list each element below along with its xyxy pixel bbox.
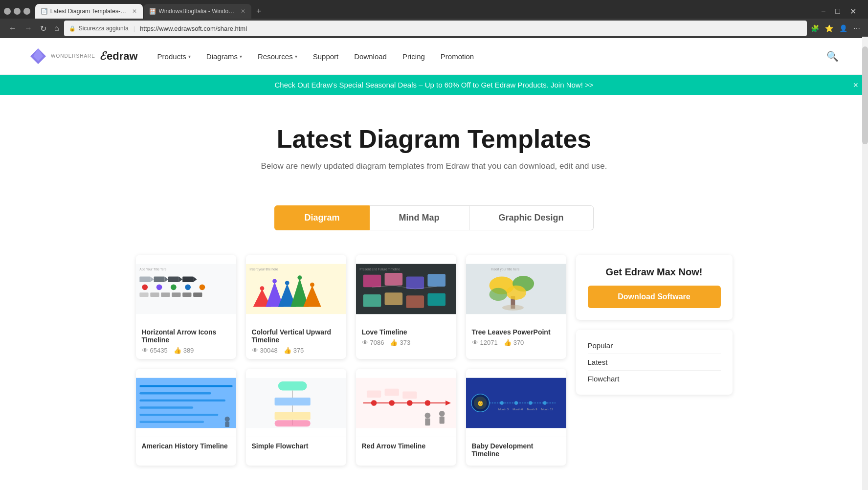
svg-rect-8 bbox=[168, 276, 178, 282]
website-content: wondershare ℰ edraw Products ▾ Diagrams … bbox=[0, 38, 868, 490]
svg-rect-61 bbox=[139, 414, 218, 416]
svg-rect-66 bbox=[278, 381, 307, 390]
sidebar-link-latest[interactable]: Latest bbox=[588, 354, 721, 371]
browser-tab-2[interactable]: 🪟 WindowsBlogItalia - Windows, S... ✕ bbox=[144, 4, 251, 19]
window-maximize[interactable] bbox=[14, 8, 21, 15]
sidebar-link-popular[interactable]: Popular bbox=[588, 337, 721, 354]
hero-title: Latest Diagram Templates bbox=[10, 124, 858, 154]
svg-rect-38 bbox=[384, 273, 402, 286]
svg-rect-21 bbox=[182, 292, 191, 297]
address-bar[interactable]: 🔒 Sicurezza aggiunta | https://www.edraw… bbox=[64, 21, 807, 36]
svg-rect-19 bbox=[161, 292, 170, 297]
svg-point-12 bbox=[142, 284, 148, 290]
nav-products[interactable]: Products ▾ bbox=[157, 52, 191, 61]
svg-point-79 bbox=[424, 400, 430, 406]
card4-title: Tree Leaves PowerPoint bbox=[472, 328, 560, 336]
card1-title: Horizontal Arrow Icons Timeline bbox=[142, 328, 230, 344]
svg-point-15 bbox=[185, 284, 191, 290]
products-chevron-icon: ▾ bbox=[188, 54, 191, 59]
template-card-4[interactable]: Insert your title here Tree Leaves Power… bbox=[466, 255, 566, 359]
svg-text:Month 3: Month 3 bbox=[498, 408, 508, 411]
tab-mind-map[interactable]: Mind Map bbox=[370, 205, 469, 230]
new-tab-button[interactable]: + bbox=[252, 6, 266, 17]
url-display[interactable]: https://www.edrawsoft.com/share.html bbox=[140, 25, 247, 32]
template-card-8[interactable]: 👶 Month 3 Month 6 Month 9 Month 12 bbox=[466, 369, 566, 466]
back-button[interactable]: ← bbox=[6, 22, 20, 35]
svg-text:Add Your Title Tere: Add Your Title Tere bbox=[139, 267, 166, 271]
nav-promotion[interactable]: Promotion bbox=[441, 52, 474, 61]
url-separator: | bbox=[134, 25, 135, 32]
svg-rect-60 bbox=[139, 406, 193, 408]
svg-point-13 bbox=[156, 284, 162, 290]
template-card-5[interactable]: American History Timeline bbox=[136, 369, 236, 466]
bookmark-btn[interactable]: ⭐ bbox=[823, 22, 835, 34]
tab-diagram[interactable]: Diagram bbox=[274, 205, 369, 230]
promo-banner-close[interactable]: × bbox=[853, 80, 858, 90]
eye-icon: 👁 bbox=[142, 347, 148, 354]
card1-stats: 👁 65435 👍 389 bbox=[142, 347, 230, 354]
nav-pricing[interactable]: Pricing bbox=[402, 52, 425, 61]
svg-text:Insert your title here: Insert your title here bbox=[249, 267, 278, 271]
sidebar: Get Edraw Max Now! Download Software Pop… bbox=[576, 255, 733, 466]
download-software-button[interactable]: Download Software bbox=[588, 286, 721, 308]
svg-rect-46 bbox=[406, 295, 424, 308]
tab-graphic-design[interactable]: Graphic Design bbox=[469, 205, 594, 230]
template-card-1[interactable]: Add Your Title Tere bbox=[136, 255, 236, 359]
template-card-7[interactable]: Red Arrow Timeline bbox=[356, 369, 456, 466]
window-minimize[interactable] bbox=[4, 8, 11, 15]
tab1-close[interactable]: ✕ bbox=[132, 8, 137, 15]
card1-views: 👁 65435 bbox=[142, 347, 168, 354]
svg-rect-58 bbox=[139, 392, 211, 394]
tab2-close[interactable]: ✕ bbox=[241, 8, 245, 15]
sidebar-link-flowchart[interactable]: Flowchart bbox=[588, 371, 721, 387]
content-area: Add Your Title Tere bbox=[116, 245, 752, 475]
svg-point-54 bbox=[489, 288, 507, 301]
template-card-6[interactable]: Simple Flowchart bbox=[246, 369, 346, 466]
card4-image: Insert your title here bbox=[466, 255, 566, 323]
card4-body: Tree Leaves PowerPoint 👁 12071 👍 370 bbox=[466, 323, 566, 351]
nav-download[interactable]: Download bbox=[354, 52, 387, 61]
template-card-2[interactable]: Insert your title here bbox=[246, 255, 346, 359]
card3-image: Present and Future Timeline bbox=[356, 255, 456, 323]
browser-close-btn[interactable]: ✕ bbox=[847, 5, 859, 18]
search-button[interactable]: 🔍 bbox=[826, 50, 839, 62]
nav-support[interactable]: Support bbox=[313, 52, 339, 61]
page-scrollbar[interactable] bbox=[862, 37, 868, 490]
refresh-button[interactable]: ↻ bbox=[37, 22, 49, 35]
svg-rect-59 bbox=[139, 400, 225, 401]
card3-likes: 👍 373 bbox=[390, 339, 410, 346]
card2-image: Insert your title here bbox=[246, 255, 346, 323]
card6-title: Simple Flowchart bbox=[252, 442, 340, 450]
browser-maximize-btn[interactable]: □ bbox=[832, 5, 843, 18]
svg-rect-44 bbox=[363, 294, 381, 307]
sidebar-promo-box: Get Edraw Max Now! Download Software bbox=[576, 255, 733, 320]
profile-btn[interactable]: 👤 bbox=[837, 22, 849, 34]
promo-banner-text: Check Out Edraw's Special Seasonal Deals… bbox=[274, 81, 593, 89]
svg-rect-10 bbox=[182, 276, 193, 282]
scrollbar-thumb[interactable] bbox=[862, 46, 868, 144]
promo-banner: Check Out Edraw's Special Seasonal Deals… bbox=[0, 75, 868, 95]
more-btn[interactable]: ⋯ bbox=[851, 22, 862, 34]
card7-image bbox=[356, 369, 456, 437]
lock-icon: 🔒 bbox=[69, 25, 76, 32]
template-card-3[interactable]: Present and Future Timeline bbox=[356, 255, 456, 359]
browser-window: 📄 Latest Diagram Templates-Free... ✕ 🪟 W… bbox=[0, 0, 868, 490]
nav-diagrams[interactable]: Diagrams ▾ bbox=[206, 52, 242, 61]
svg-rect-40 bbox=[427, 274, 445, 287]
nav-resources[interactable]: Resources ▾ bbox=[258, 52, 297, 61]
svg-point-94 bbox=[529, 401, 532, 404]
extensions-btn[interactable]: 🧩 bbox=[809, 22, 821, 34]
wondershare-logo-icon bbox=[29, 47, 47, 65]
home-button[interactable]: ⌂ bbox=[51, 22, 62, 35]
card2-eye-icon: 👁 bbox=[252, 347, 258, 354]
svg-rect-80 bbox=[366, 390, 380, 398]
window-close[interactable] bbox=[23, 8, 30, 15]
wondershare-label: wondershare bbox=[51, 54, 95, 59]
browser-minimize-btn[interactable]: − bbox=[818, 5, 828, 18]
forward-button[interactable]: → bbox=[22, 22, 35, 35]
card5-title: American History Timeline bbox=[142, 442, 230, 450]
svg-rect-70 bbox=[274, 412, 310, 420]
svg-rect-68 bbox=[274, 398, 310, 405]
browser-tab-1[interactable]: 📄 Latest Diagram Templates-Free... ✕ bbox=[35, 4, 143, 19]
svg-point-92 bbox=[500, 401, 503, 404]
